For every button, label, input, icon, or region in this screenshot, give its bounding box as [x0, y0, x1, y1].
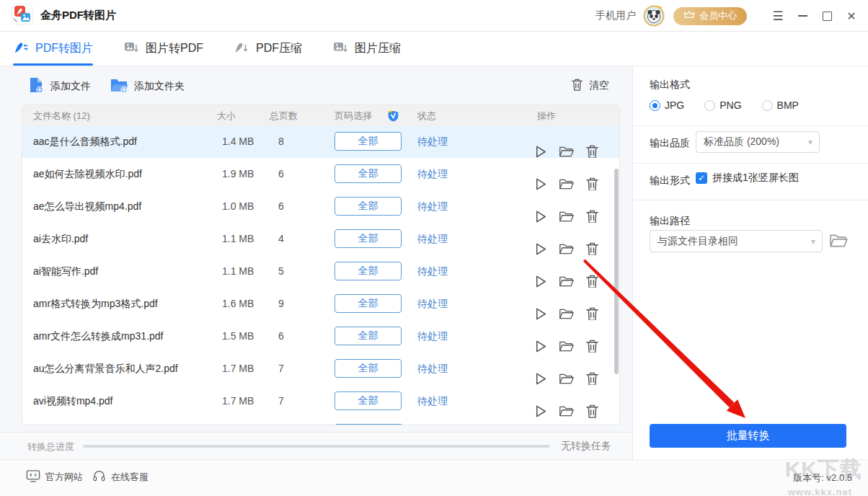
play-icon[interactable]	[533, 306, 548, 322]
table-row[interactable]: amr格式转换为mp3格式.pdf 1.6 MB 9 全部 待处理	[22, 288, 619, 320]
tab-pdf-to-image[interactable]: PDF转图片	[13, 32, 93, 66]
quality-select[interactable]: 标准品质 (200%) ▾	[696, 131, 820, 153]
delete-icon[interactable]	[585, 274, 600, 289]
batch-convert-button[interactable]: 批量转换	[650, 424, 846, 448]
play-icon[interactable]	[533, 339, 548, 354]
add-file-button[interactable]: 添加文件	[27, 76, 91, 96]
tab-image-compress[interactable]: 图片压缩	[332, 32, 401, 66]
browse-folder-icon[interactable]	[829, 232, 848, 249]
pdf-compress-icon	[234, 40, 249, 58]
delete-icon[interactable]	[585, 144, 600, 159]
delete-icon[interactable]	[585, 177, 600, 192]
delete-icon[interactable]	[585, 242, 600, 257]
header-pages: 总页数	[270, 110, 298, 123]
open-folder-icon[interactable]	[559, 144, 574, 159]
play-icon[interactable]	[533, 404, 548, 419]
table-body: aac是什么音频格式.pdf 1.4 MB 8 全部 待处理 ae如何去除视频水…	[22, 125, 619, 417]
official-website-link[interactable]: 官方网站	[26, 469, 83, 485]
section-divider	[633, 163, 868, 164]
table-row[interactable]: amr文件怎么转换成mp31.pdf 1.5 MB 6 全部 待处理	[22, 320, 619, 353]
minimize-icon[interactable]	[796, 9, 809, 22]
table-row[interactable]: avi视频转mp4.pdf 1.7 MB 7 全部 待处理	[22, 385, 619, 417]
image-compress-icon	[332, 40, 348, 58]
open-folder-icon[interactable]	[559, 242, 574, 257]
play-icon[interactable]	[533, 274, 548, 289]
open-folder-icon[interactable]	[559, 306, 574, 322]
chevron-down-icon: ▾	[811, 236, 815, 247]
chevron-down-icon: ▾	[808, 137, 812, 147]
play-icon[interactable]	[533, 209, 548, 224]
play-icon[interactable]	[533, 242, 548, 257]
delete-icon[interactable]	[585, 339, 600, 354]
output-format-label: 输出格式	[650, 79, 690, 92]
header-status: 状态	[417, 110, 436, 123]
header-file-name: 文件名称 (12)	[33, 110, 90, 123]
tab-pdf-compress[interactable]: PDF压缩	[234, 32, 302, 66]
title-bar: 金舟PDF转图片 手机用户	[0, 0, 868, 32]
open-folder-icon[interactable]	[559, 209, 574, 224]
table-row[interactable]: ai去水印.pdf 1.1 MB 4 全部 待处理	[22, 223, 619, 255]
table-row[interactable]: aac是什么音频格式.pdf 1.4 MB 8 全部 待处理	[22, 125, 619, 158]
app-logo-icon	[12, 4, 33, 28]
radio-jpg[interactable]: JPG	[650, 99, 684, 111]
table-row[interactable]: ae如何去除视频水印.pdf 1.9 MB 6 全部 待处理	[22, 158, 619, 190]
delete-icon[interactable]	[585, 306, 600, 322]
radio-dot	[704, 100, 715, 111]
header-page-select: 页码选择	[335, 110, 372, 123]
header-size: 大小	[217, 110, 236, 123]
trash-icon	[571, 78, 583, 94]
monitor-icon	[26, 469, 40, 485]
open-folder-icon[interactable]	[559, 177, 574, 192]
radio-bmp[interactable]: BMP	[762, 99, 799, 111]
footer: 官方网站 在线客服 KK下载 版本号: v2.0.5 www.kkx.net	[0, 459, 868, 496]
add-folder-icon	[110, 76, 128, 96]
output-quality-label: 输出品质	[650, 137, 690, 150]
version-text: 版本号: v2.0.5	[793, 471, 852, 484]
tab-bar: PDF转图片 图片转PDF PDF压缩	[0, 32, 868, 66]
progress-status: 无转换任务	[561, 440, 611, 453]
tab-image-to-pdf[interactable]: 图片转PDF	[123, 32, 203, 66]
table-row[interactable]: ae怎么导出视频mp4.pdf 1.0 MB 6 全部 待处理	[22, 190, 619, 223]
play-icon[interactable]	[533, 177, 548, 192]
section-divider	[633, 200, 868, 200]
delete-icon[interactable]	[585, 371, 600, 386]
output-path-select[interactable]: 与源文件目录相同 ▾	[650, 230, 823, 252]
user-name[interactable]: 手机用户	[595, 9, 636, 22]
menu-icon[interactable]: ☰	[771, 9, 784, 22]
table-header: 文件名称 (12) 大小 总页数 页码选择 状态 操作	[22, 105, 619, 125]
play-icon[interactable]	[533, 144, 548, 159]
stitch-long-image-checkbox[interactable]: ✓ 拼接成1张竖屏长图	[696, 172, 799, 185]
checkbox-check-icon: ✓	[696, 172, 707, 184]
open-folder-icon[interactable]	[559, 339, 574, 354]
table-row[interactable]: au怎么分离背景音乐和人声2.pdf 1.7 MB 7 全部 待处理	[22, 353, 619, 385]
open-folder-icon[interactable]	[559, 404, 574, 419]
online-support-link[interactable]: 在线客服	[92, 469, 149, 485]
file-workspace: 添加文件 添加文件夹 清空 文件名称	[0, 66, 632, 432]
play-icon[interactable]	[533, 371, 548, 386]
open-folder-icon[interactable]	[559, 371, 574, 386]
add-folder-button[interactable]: 添加文件夹	[110, 76, 185, 96]
section-divider	[633, 125, 868, 126]
app-title: 金舟PDF转图片	[40, 9, 116, 22]
progress-bar	[83, 445, 550, 448]
radio-dot	[650, 100, 660, 111]
delete-icon[interactable]	[585, 209, 600, 224]
open-folder-icon[interactable]	[559, 274, 574, 289]
radio-dot	[762, 100, 773, 111]
close-icon[interactable]: ✕	[845, 9, 858, 22]
file-table: 文件名称 (12) 大小 总页数 页码选择 状态 操作 aac是什么音频格式.p…	[22, 105, 620, 425]
radio-png[interactable]: PNG	[704, 99, 741, 111]
table-row[interactable]: ai智能写作.pdf 1.1 MB 5 全部 待处理	[22, 255, 619, 288]
maximize-icon[interactable]	[820, 9, 833, 22]
output-format-options: JPG PNG BMP	[650, 99, 799, 111]
crown-icon	[683, 10, 695, 22]
vip-center-button[interactable]: 会员中心	[673, 7, 747, 25]
partial-next-row	[335, 424, 403, 425]
user-avatar[interactable]	[643, 5, 665, 27]
vip-shield-badge-icon	[387, 110, 399, 122]
row-operations	[22, 395, 619, 425]
output-path-label: 输出路径	[650, 215, 690, 228]
delete-icon[interactable]	[585, 404, 600, 419]
clear-list-button[interactable]: 清空	[571, 78, 609, 94]
table-scrollbar[interactable]	[614, 169, 619, 374]
